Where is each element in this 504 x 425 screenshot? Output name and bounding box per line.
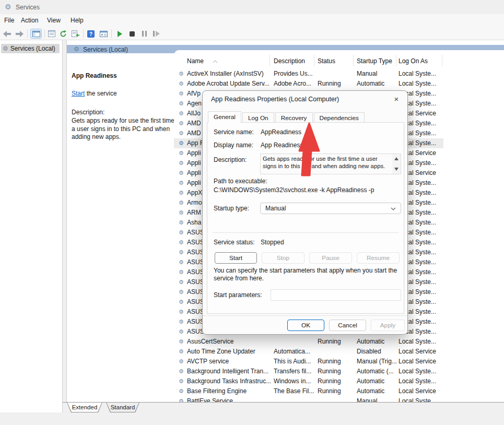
apply-button[interactable]: Apply	[371, 320, 405, 331]
divider	[203, 315, 407, 316]
scroll-down-icon[interactable]	[394, 168, 398, 171]
cell-log-on-as: Local Syste...	[398, 376, 436, 386]
service-gear-icon: ⚙	[179, 208, 184, 218]
table-row[interactable]: ⚙ AVCTP service This is Audi... Running …	[174, 357, 504, 367]
properties-icon[interactable]	[47, 29, 56, 39]
start-button[interactable]: Start	[215, 252, 257, 264]
column-headers: Name Description Status Startup Type Log…	[174, 50, 504, 68]
stop-button[interactable]: Stop	[262, 252, 304, 264]
svg-text:?: ?	[89, 31, 92, 37]
service-gear-icon: ⚙	[179, 327, 184, 337]
pause-service-icon[interactable]	[140, 29, 148, 39]
cell-startup-type: Automatic	[357, 337, 384, 347]
service-gear-icon: ⚙	[179, 188, 184, 198]
description-textbox[interactable]: Gets apps ready for use the first time a…	[260, 154, 401, 174]
start-service-icon[interactable]	[115, 29, 124, 39]
tab-general[interactable]: General	[208, 111, 241, 123]
table-row[interactable]: ⚙ Auto Time Zone Updater Automatica... D…	[174, 347, 504, 357]
cell-log-on-as: Local Service	[398, 347, 436, 357]
service-gear-icon: ⚙	[179, 386, 184, 396]
menu-help[interactable]: Help	[71, 17, 84, 24]
menu-action[interactable]: Action	[21, 17, 38, 24]
column-header-name[interactable]: Name	[187, 57, 204, 65]
column-header-description[interactable]: Description	[274, 57, 305, 65]
restart-service-icon[interactable]	[151, 29, 161, 39]
table-row[interactable]: ⚙ Adobe Acrobat Update Serv... Adobe Acr…	[174, 79, 504, 89]
close-icon[interactable]: ×	[391, 93, 402, 105]
cell-log-on-as: Local Syste...	[398, 79, 436, 89]
cell-startup-type: Manual (Trig...	[357, 357, 397, 367]
cell-name: ASUS	[187, 317, 204, 327]
service-gear-icon: ⚙	[179, 79, 184, 89]
show-console-tree-icon[interactable]	[30, 29, 42, 39]
service-gear-icon: ⚙	[179, 198, 184, 208]
description-scrollbar[interactable]	[392, 154, 401, 174]
cell-log-on-as: Local Syste...	[398, 367, 436, 376]
export-list-icon[interactable]	[71, 29, 80, 39]
table-row[interactable]: ⚙ ActiveX Installer (AxInstSV) Provides …	[174, 69, 504, 79]
table-row[interactable]: ⚙ AsusCertService Running Automatic Loca…	[174, 337, 504, 347]
start-service-link[interactable]: Start	[72, 90, 85, 97]
start-service-line: Start the service	[72, 90, 117, 97]
cell-name: Appli	[187, 148, 201, 158]
scroll-up-icon[interactable]	[394, 157, 398, 160]
description-text: Gets apps ready for use the first time a…	[72, 117, 175, 141]
cell-name: ARM	[187, 208, 201, 218]
service-gear-icon: ⚙	[179, 89, 184, 99]
service-gear-icon: ⚙	[179, 317, 184, 327]
cell-startup-type: Disabled	[357, 347, 381, 357]
startup-type-label: Startup type:	[214, 205, 249, 212]
start-params-input[interactable]	[271, 289, 401, 301]
service-gear-icon: ⚙	[179, 168, 184, 178]
sidebar-item-services-local[interactable]: ⚙ Services (Local)	[1, 44, 60, 53]
column-header-status[interactable]: Status	[318, 57, 335, 65]
description-label: Description:	[72, 109, 104, 116]
pause-button[interactable]: Pause	[309, 252, 352, 264]
menu-view[interactable]: View	[47, 17, 61, 24]
startup-type-dropdown[interactable]: Manual	[260, 203, 401, 214]
menu-file[interactable]: File	[4, 17, 14, 24]
forward-icon[interactable]	[15, 29, 24, 39]
service-gear-icon: ⚙	[179, 158, 184, 168]
cell-name: Adobe Acrobat Update Serv...	[187, 79, 269, 89]
cell-startup-type: Automatic	[357, 79, 384, 89]
cancel-button[interactable]: Cancel	[329, 320, 366, 331]
status-bar	[0, 412, 504, 425]
tab-standard[interactable]: Standard	[106, 403, 139, 412]
table-row[interactable]: ⚙ Background Intelligent Tran... Transfe…	[174, 367, 504, 376]
help-icon[interactable]: ?	[86, 29, 96, 39]
console-tree-pane: ⚙ Services (Local)	[0, 40, 63, 412]
refresh-icon[interactable]	[58, 29, 68, 39]
column-header-log-on-as[interactable]: Log On As	[398, 57, 428, 65]
dialog-description-label: Description:	[214, 156, 247, 163]
extended-view-icon[interactable]	[98, 29, 109, 39]
ok-button[interactable]: OK	[287, 320, 324, 331]
dialog-title: App Readiness Properties (Local Computer…	[211, 96, 339, 103]
back-icon[interactable]	[3, 29, 12, 39]
table-row[interactable]: ⚙ Base Filtering Engine The Base Fil... …	[174, 386, 504, 396]
service-name-value: AppReadiness	[261, 128, 301, 136]
service-gear-icon: ⚙	[179, 99, 184, 109]
tab-extended[interactable]: Extended	[67, 403, 102, 412]
cell-status: Running	[318, 367, 341, 376]
service-status-label: Service status:	[214, 239, 255, 246]
cell-status: Running	[318, 79, 341, 89]
service-gear-icon: ⚙	[179, 119, 184, 128]
cell-name: ASUS	[187, 277, 204, 287]
tab-dependencies[interactable]: Dependencies	[314, 112, 365, 123]
service-gear-icon: ⚙	[179, 307, 184, 317]
cell-name: ASUS	[187, 247, 204, 257]
tab-log-on[interactable]: Log On	[242, 112, 274, 123]
tab-recovery[interactable]: Recovery	[275, 112, 313, 123]
display-name-label: Display name:	[214, 141, 253, 149]
startup-type-value: Manual	[265, 205, 286, 212]
service-name-label: Service name:	[214, 128, 254, 136]
cell-name: Agen	[187, 99, 202, 109]
column-header-startup-type[interactable]: Startup Type	[357, 57, 392, 65]
start-service-suffix: the service	[85, 90, 116, 97]
service-gear-icon: ⚙	[179, 376, 184, 386]
window-title: Services	[16, 4, 40, 11]
table-row[interactable]: ⚙ Background Tasks Infrastruc... Windows…	[174, 376, 504, 386]
resume-button[interactable]: Resume	[357, 252, 400, 264]
stop-service-icon[interactable]	[128, 29, 136, 39]
